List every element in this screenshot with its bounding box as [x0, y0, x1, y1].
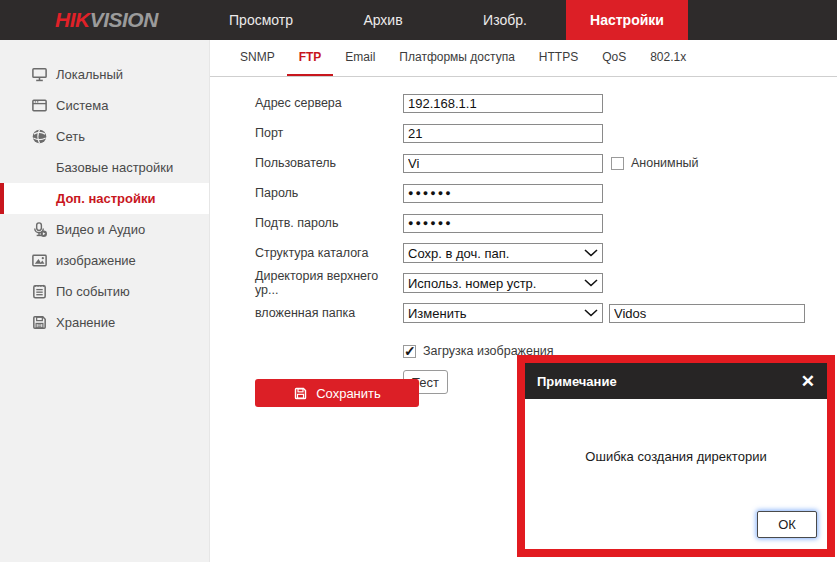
chevron-down-icon — [584, 309, 598, 317]
nav-settings[interactable]: Настройки — [566, 0, 688, 40]
note-dialog-body: Ошибка создания директории ОК — [525, 399, 827, 549]
error-message: Ошибка создания директории — [525, 449, 827, 464]
parent-directory-label: Директория верхнего ур... — [255, 269, 403, 297]
top-nav: Просмотр Архив Изобр. Настройки — [200, 0, 688, 40]
note-dialog: Примечание ✕ Ошибка создания директории … — [517, 355, 835, 557]
child-directory-label: вложенная папка — [255, 306, 403, 320]
parent-directory-row: Директория верхнего ур... Использ. номер… — [210, 268, 837, 298]
image-icon — [30, 252, 48, 270]
child-directory-row: вложенная папка Изменить — [210, 298, 837, 328]
server-address-input[interactable] — [403, 94, 603, 113]
username-input[interactable] — [403, 154, 603, 173]
sidebar-item-label: Локальный — [56, 67, 123, 82]
logo-hik: HIK — [55, 8, 90, 31]
tab-8021x[interactable]: 802.1x — [638, 40, 698, 76]
nav-live-view[interactable]: Просмотр — [200, 0, 322, 40]
user-row: Пользователь Анонимный — [210, 148, 837, 178]
save-button[interactable]: Сохранить — [255, 379, 419, 407]
window-icon — [30, 97, 48, 115]
sidebar-item-system[interactable]: Система — [0, 90, 209, 121]
monitor-icon — [30, 66, 48, 84]
sidebar-item-label: Система — [56, 98, 108, 113]
parent-directory-select[interactable]: Использ. номер устр. — [403, 273, 603, 293]
child-directory-name-input[interactable] — [609, 304, 805, 323]
user-label: Пользователь — [255, 156, 403, 170]
server-address-row: Адрес сервера — [210, 88, 837, 118]
tab-ftp[interactable]: FTP — [287, 40, 334, 76]
sidebar-item-basic-settings[interactable]: Базовые настройки — [0, 152, 209, 183]
anonymous-checkbox[interactable] — [611, 157, 624, 170]
confirm-password-label: Подтв. пароль — [255, 216, 403, 230]
hikvision-logo: HIKVISION — [55, 0, 158, 40]
anonymous-label: Анонимный — [631, 156, 699, 170]
directory-structure-row: Структура каталога Сохр. в доч. пап. — [210, 238, 837, 268]
note-dialog-title: Примечание — [537, 374, 617, 389]
sidebar-item-advanced-settings[interactable]: Доп. настройки — [0, 183, 209, 214]
directory-structure-label: Структура каталога — [255, 246, 403, 260]
port-row: Порт — [210, 118, 837, 148]
server-address-label: Адрес сервера — [255, 96, 403, 110]
password-row: Пароль — [210, 178, 837, 208]
sidebar-item-label: По событию — [56, 284, 130, 299]
tab-snmp[interactable]: SNMP — [228, 40, 287, 76]
port-input[interactable] — [403, 124, 603, 143]
password-input[interactable] — [403, 184, 603, 203]
sidebar-item-image[interactable]: изображение — [0, 245, 209, 276]
tab-email[interactable]: Email — [333, 40, 387, 76]
ok-button[interactable]: ОК — [757, 511, 817, 538]
tab-https[interactable]: HTTPS — [527, 40, 590, 76]
sidebar-item-label: изображение — [56, 253, 136, 268]
sidebar-item-label: Хранение — [56, 315, 115, 330]
save-icon — [293, 386, 308, 401]
ftp-form: Адрес сервера Порт Пользователь Анонимны… — [210, 88, 837, 394]
note-dialog-header: Примечание ✕ — [525, 363, 827, 399]
chevron-down-icon — [584, 279, 598, 287]
microphone-icon — [30, 221, 48, 239]
nav-picture[interactable]: Изобр. — [444, 0, 566, 40]
storage-icon — [30, 314, 48, 332]
sidebar-item-label: Видео и Аудио — [56, 222, 145, 237]
event-icon — [30, 283, 48, 301]
close-icon[interactable]: ✕ — [801, 373, 815, 390]
chevron-down-icon — [584, 249, 598, 257]
nav-playback[interactable]: Архив — [322, 0, 444, 40]
port-label: Порт — [255, 126, 403, 140]
sidebar: Локальный Система Сеть Базовые настройки… — [0, 40, 210, 562]
sidebar-item-label: Базовые настройки — [56, 160, 173, 175]
sidebar-item-storage[interactable]: Хранение — [0, 307, 209, 338]
sidebar-item-label: Сеть — [56, 129, 85, 144]
confirm-password-row: Подтв. пароль — [210, 208, 837, 238]
logo-vision: VISION — [90, 8, 158, 31]
password-label: Пароль — [255, 186, 403, 200]
upload-picture-checkbox[interactable] — [403, 345, 416, 358]
globe-icon — [30, 128, 48, 146]
sidebar-item-video-audio[interactable]: Видео и Аудио — [0, 214, 209, 245]
sidebar-item-local[interactable]: Локальный — [0, 59, 209, 90]
sidebar-item-label: Доп. настройки — [56, 191, 156, 206]
top-bar: HIKVISION Просмотр Архив Изобр. Настройк… — [0, 0, 837, 40]
directory-structure-select[interactable]: Сохр. в доч. пап. — [403, 243, 603, 263]
tab-bar: SNMP FTP Email Платформы доступа HTTPS Q… — [210, 40, 837, 77]
confirm-password-input[interactable] — [403, 214, 603, 233]
sidebar-item-network[interactable]: Сеть — [0, 121, 209, 152]
tab-platform-access[interactable]: Платформы доступа — [387, 40, 526, 76]
child-directory-select[interactable]: Изменить — [403, 303, 603, 323]
sidebar-item-event[interactable]: По событию — [0, 276, 209, 307]
tab-qos[interactable]: QoS — [590, 40, 638, 76]
